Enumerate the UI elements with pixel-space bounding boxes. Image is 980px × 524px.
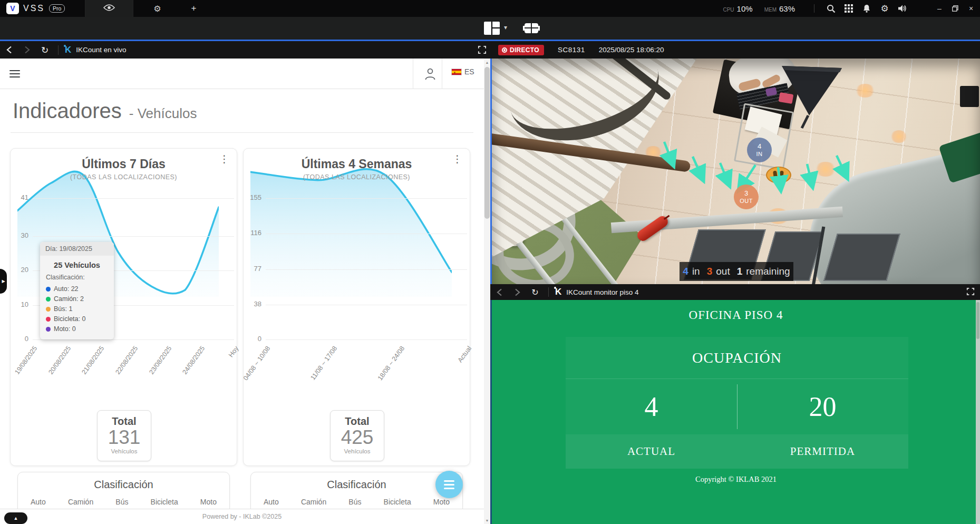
divider	[814, 4, 814, 13]
chart-plot-area[interactable]	[266, 198, 467, 339]
classification-label: Camión	[301, 498, 326, 506]
classification-label: Camión	[68, 498, 93, 506]
total-box: Total 425 Vehículos	[330, 410, 384, 461]
y-tick-label: 0	[12, 335, 28, 343]
refresh-button[interactable]: ↻	[526, 284, 544, 301]
legend-dot-icon	[46, 287, 51, 292]
column-ultimos-7-dias: ⋮ Últimos 7 Días (TODAS LAS LOCALIZACION…	[10, 148, 237, 524]
forward-button[interactable]	[18, 41, 36, 59]
card-ultimas-4-semanas: ⋮ Últimas 4 Semanas (TODAS LAS LOCALIZAC…	[243, 148, 470, 466]
bell-icon[interactable]	[858, 0, 876, 17]
page-title-main: Indicadores	[13, 99, 122, 122]
ikcount-logo-icon: K	[555, 287, 561, 297]
occupancy-actual-label: ACTUAL	[566, 434, 737, 469]
back-button[interactable]	[0, 41, 18, 59]
x-tick-label: 22/08/2025	[102, 345, 139, 392]
copyright-text: Copyright © IKLAB 2021	[492, 475, 980, 484]
monitor-browser-title: IKCount monitor piso 4	[566, 288, 638, 296]
legend-dot-icon	[46, 307, 51, 312]
card-ultimos-7-dias: ⋮ Últimos 7 Días (TODAS LAS LOCALIZACION…	[10, 148, 237, 466]
out-count-label: OUT	[740, 198, 753, 205]
camera-view[interactable]: 4 IN 3 OUT 4 in 3 out 1 remaining	[490, 59, 980, 284]
grid-apps-icon[interactable]	[840, 0, 858, 17]
scrollbar-thumb[interactable]	[976, 302, 979, 339]
speaker-icon[interactable]	[894, 0, 911, 17]
gridline	[266, 339, 467, 340]
classification-label: Bicicleta	[151, 498, 178, 506]
y-tick-label: 30	[12, 231, 28, 239]
hamburger-menu-icon[interactable]	[9, 70, 20, 77]
language-code: ES	[464, 67, 474, 76]
column-ultimas-4-semanas: ⋮ Últimas 4 Semanas (TODAS LAS LOCALIZAC…	[243, 148, 470, 524]
gear-icon[interactable]: ⚙	[876, 0, 894, 17]
tooltip-item: Camión: 2	[46, 294, 108, 304]
layout-split-icon[interactable]	[484, 22, 500, 35]
occupancy-permitted-value: 20	[737, 379, 908, 434]
scroll-up-button[interactable]: ▲	[484, 59, 490, 66]
out-count-badge: 3 OUT	[734, 185, 759, 209]
x-tick-label: 21/08/2025	[69, 345, 106, 392]
app-logo: V VSS Pro	[0, 0, 70, 17]
chevron-down-icon[interactable]: ▾	[504, 24, 507, 31]
spain-flag-icon	[451, 69, 462, 75]
total-unit: Vehículos	[331, 448, 384, 454]
back-button[interactable]	[490, 284, 508, 301]
dashboard-footer: Powered by - IKLab ©2025	[0, 509, 484, 524]
classification-label: Bicicleta	[384, 498, 411, 506]
tab-settings[interactable]: ⚙	[133, 0, 181, 17]
eye-icon	[103, 4, 115, 13]
fullscreen-icon[interactable]	[478, 45, 487, 55]
language-selector[interactable]: ES	[451, 67, 474, 76]
page-title: Indicadores- Vehículos	[13, 99, 197, 123]
cpu-meter: CPU 10%	[723, 4, 752, 13]
left-browser-bar: ↻ K IKCount en vivo	[0, 41, 490, 59]
gear-icon: ⚙	[153, 4, 161, 14]
classification-title: Clasificación	[251, 479, 462, 491]
x-tick-label: 24/08/2025	[170, 345, 207, 392]
fullscreen-icon[interactable]	[966, 287, 976, 297]
user-account-icon[interactable]	[420, 66, 441, 81]
chart-subtitle: (TODAS LAS LOCALIZACIONES)	[244, 173, 470, 181]
cpu-label: CPU	[723, 7, 734, 13]
floating-menu-button[interactable]	[435, 471, 463, 498]
restore-button[interactable]	[947, 0, 963, 17]
tab-live-view[interactable]	[85, 0, 133, 17]
tooltip-value: 25 Vehículos	[46, 261, 108, 269]
close-button[interactable]: ×	[963, 0, 979, 17]
divider	[548, 287, 549, 297]
refresh-button[interactable]: ↻	[36, 41, 54, 59]
y-tick-label: 38	[245, 300, 261, 308]
vertical-scrollbar[interactable]: ▲ ▼	[484, 59, 490, 524]
counter-out-label: out	[716, 266, 730, 277]
search-icon[interactable]	[822, 0, 840, 17]
x-tick-label: Actual	[436, 345, 473, 392]
chart-title: Últimos 7 Días	[11, 157, 237, 171]
x-tick-label: 18/08 ~ 24/08	[369, 345, 406, 392]
minimize-button[interactable]: –	[932, 0, 947, 17]
forward-button[interactable]	[508, 284, 526, 301]
tooltip-date: Día: 19/08/2025	[40, 242, 114, 256]
camera-pane: DIRECTO SC8131 2025/08/25 18:06:20	[490, 41, 980, 524]
camera-status-bar: DIRECTO SC8131 2025/08/25 18:06:20	[490, 41, 980, 59]
dashboard-pane: ↻ K IKCount en vivo ES Indicadores- Vehí…	[0, 41, 490, 524]
total-value: 131	[98, 428, 151, 448]
counter-remaining-label: remaining	[746, 266, 790, 277]
total-label: Total	[331, 415, 384, 428]
tab-new[interactable]: +	[181, 0, 206, 17]
video-wall-icon[interactable]	[525, 23, 538, 33]
scroll-down-button[interactable]: ▼	[484, 517, 490, 524]
in-count-label: IN	[756, 151, 763, 158]
camera-timestamp: 2025/08/25 18:06:20	[599, 46, 664, 54]
legend-dot-icon	[46, 317, 51, 322]
classification-label: Bús	[115, 498, 128, 506]
classification-label: Bús	[348, 498, 361, 506]
y-tick-label: 0	[245, 335, 261, 343]
classification-label: Moto	[433, 498, 450, 506]
live-badge: DIRECTO	[498, 45, 544, 55]
side-drawer-handle[interactable]: ▶	[0, 269, 7, 294]
scroll-to-top-button[interactable]: ▲	[4, 512, 27, 524]
scrollbar-thumb[interactable]	[484, 67, 490, 219]
tooltip-item: Bús: 1	[46, 304, 108, 314]
page-title-sub: - Vehículos	[129, 105, 197, 121]
live-badge-text: DIRECTO	[510, 46, 539, 54]
